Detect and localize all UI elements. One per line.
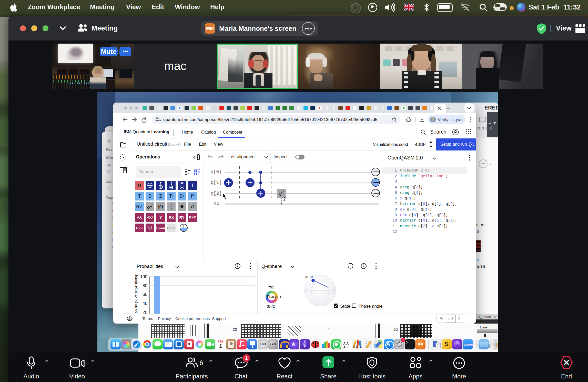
- svg-text:z: z: [151, 204, 153, 206]
- svg-text:z: z: [283, 190, 284, 193]
